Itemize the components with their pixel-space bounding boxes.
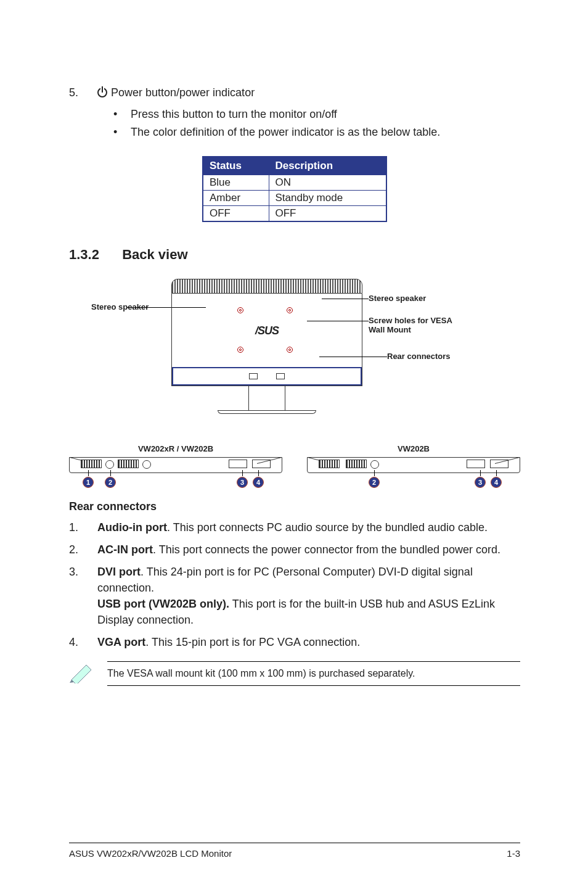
panel-bar	[307, 457, 520, 473]
section-number: 1.3.2	[69, 247, 118, 263]
th-status: Status	[203, 157, 269, 175]
item-label: Power button/power indicator	[111, 86, 255, 99]
leader-line	[307, 321, 369, 321]
panel-right: VW202B 2 3 4	[307, 444, 520, 494]
callout-vesa: Screw holes for VESA Wall Mount	[369, 316, 467, 335]
panel-title: VW202B	[307, 444, 520, 453]
vent-grille-icon	[171, 279, 362, 294]
callout-stereo-left: Stereo speaker	[91, 302, 149, 312]
callout-rear-connectors: Rear connectors	[387, 352, 451, 361]
markers-row: 1 2 3 4	[69, 473, 282, 494]
list-item: DVI port. This 24-pin port is for PC (Pe…	[69, 564, 520, 628]
speaker-grill-icon	[319, 460, 340, 468]
list-item: AC-IN port. This port connects the power…	[69, 542, 520, 558]
marker-2: 2	[369, 477, 380, 488]
table-row: BlueON	[203, 175, 386, 190]
list-item: Audio-in port. This port connects PC aud…	[69, 519, 520, 535]
item-number: 5.	[69, 86, 97, 99]
panel-bar	[69, 457, 282, 473]
rear-connectors-list: Audio-in port. This port connects PC aud…	[69, 519, 520, 651]
speaker-grill-icon	[81, 460, 102, 468]
rear-connectors-heading: Rear connectors	[69, 500, 520, 513]
screw-hole-icon	[237, 347, 243, 353]
table-row: AmberStandby mode	[203, 190, 386, 205]
screw-hole-icon	[237, 307, 243, 313]
rear-port-strip	[172, 367, 362, 386]
markers-row: 2 3 4	[307, 473, 520, 494]
audio-jack-icon	[105, 460, 114, 469]
backplate: /SUS	[171, 294, 362, 386]
section-heading: 1.3.2 Back view	[69, 247, 520, 263]
table-row: OFFOFF	[203, 205, 386, 221]
leader-line	[322, 299, 369, 299]
port-icon	[276, 373, 285, 379]
power-icon	[97, 88, 107, 101]
footer-left: ASUS VW202xR/VW202B LCD Monitor	[69, 848, 232, 859]
marker-2: 2	[105, 477, 116, 488]
speaker-grill-icon	[346, 460, 367, 468]
marker-4: 4	[253, 477, 264, 488]
marker-4: 4	[491, 477, 502, 488]
page-footer: ASUS VW202xR/VW202B LCD Monitor 1-3	[69, 843, 520, 859]
th-description: Description	[269, 157, 386, 175]
marker-3: 3	[475, 477, 486, 488]
panel-title: VW202xR / VW202B	[69, 444, 282, 453]
port-icon	[249, 373, 258, 379]
item-5-bullets: Press this button to turn the monitor on…	[113, 105, 520, 141]
note-text: The VESA wall mount kit (100 mm x 100 mm…	[107, 661, 520, 686]
list-item: VGA port. This 15-pin port is for PC VGA…	[69, 634, 520, 650]
marker-3: 3	[237, 477, 248, 488]
note-row: The VESA wall mount kit (100 mm x 100 mm…	[69, 661, 520, 686]
audio-jack-icon	[370, 460, 379, 469]
panel-left: VW202xR / VW202B 1 2 3 4	[69, 444, 282, 494]
list-item-5: 5. Power button/power indicator	[69, 86, 520, 99]
screw-hole-icon	[287, 307, 293, 313]
marker-1: 1	[83, 477, 94, 488]
monitor-back-illustration: /SUS	[171, 279, 362, 415]
audio-jack-icon	[142, 460, 151, 469]
section-title: Back view	[122, 247, 187, 262]
callout-stereo-right: Stereo speaker	[369, 294, 426, 303]
bullet: The color definition of the power indica…	[113, 123, 520, 141]
speaker-grill-icon	[118, 460, 139, 468]
footer-right: 1-3	[507, 848, 520, 859]
usb-port-icon	[467, 460, 485, 468]
vga-port-icon	[490, 460, 508, 468]
back-view-diagram: Stereo speaker /SUS Stereo speaker	[73, 279, 517, 439]
screw-hole-icon	[287, 347, 293, 353]
leader-line	[319, 357, 387, 357]
status-table: Status Description BlueON AmberStandby m…	[202, 156, 387, 222]
asus-logo: /SUS	[255, 324, 279, 337]
connector-panels: VW202xR / VW202B 1 2 3 4 VW202B	[69, 444, 520, 494]
vga-port-icon	[252, 460, 271, 468]
stand-neck	[248, 386, 285, 411]
dvi-port-icon	[229, 460, 247, 468]
bullet: Press this button to turn the monitor on…	[113, 105, 520, 123]
pencil-note-icon	[69, 661, 95, 683]
